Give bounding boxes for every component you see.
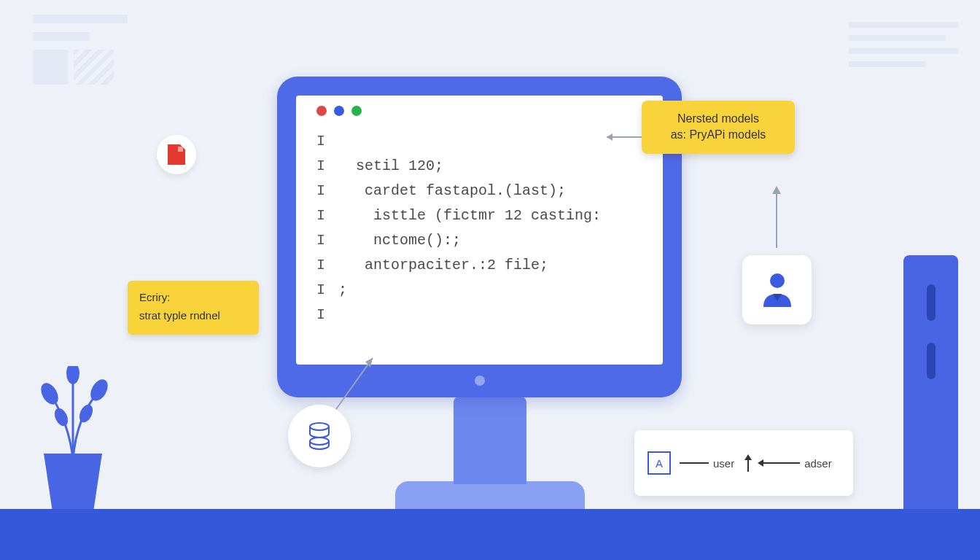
svg-point-12	[87, 376, 111, 404]
speaker-tower	[903, 255, 958, 510]
svg-line-4	[336, 358, 373, 409]
plant-decor	[29, 366, 117, 512]
svg-point-11	[37, 380, 61, 408]
close-dot-icon	[316, 106, 327, 116]
user-card	[742, 255, 812, 324]
arrow-up-icon	[743, 453, 753, 473]
svg-point-13	[66, 366, 79, 384]
monitor-power-icon	[475, 376, 485, 386]
svg-marker-8	[772, 186, 781, 194]
plant-pot	[44, 454, 102, 512]
annotation-note-left: Ecriry: strat typle rndnel	[128, 281, 259, 335]
document-icon	[157, 135, 196, 174]
entity-box: A	[648, 451, 671, 475]
svg-point-6	[770, 273, 785, 288]
note-right-line2: as: PryAPi models	[655, 127, 782, 143]
svg-point-14	[52, 406, 70, 428]
note-left-title: Ecriry:	[139, 289, 247, 305]
bg-placeholder-left	[33, 15, 128, 117]
minimize-dot-icon	[334, 106, 344, 116]
svg-point-3	[310, 438, 329, 445]
arrow-icon	[332, 347, 384, 413]
code-block: I I setil 120; I cardet fastapol.(last);…	[316, 129, 642, 327]
note-right-line1: Nersted models	[655, 111, 782, 127]
database-icon	[288, 405, 351, 467]
relation-diagram: A user adser	[634, 430, 853, 496]
person-icon	[759, 271, 796, 310]
window-traffic-lights	[316, 106, 642, 116]
monitor-neck	[454, 397, 526, 484]
arrow-icon	[599, 130, 643, 144]
arrow-up-icon	[769, 182, 784, 252]
svg-point-15	[77, 402, 95, 424]
zoom-dot-icon	[351, 106, 362, 116]
relation-label-1: user	[713, 457, 734, 470]
annotation-note-right: Nersted models as: PryAPi models	[642, 101, 795, 154]
svg-point-2	[310, 423, 329, 430]
svg-marker-10	[744, 454, 752, 460]
bg-placeholder-right	[834, 15, 973, 117]
note-left-body: strat typle rndnel	[139, 308, 247, 323]
desk-surface	[0, 509, 980, 560]
relation-label-2: adser	[804, 457, 832, 470]
svg-marker-1	[607, 133, 612, 141]
